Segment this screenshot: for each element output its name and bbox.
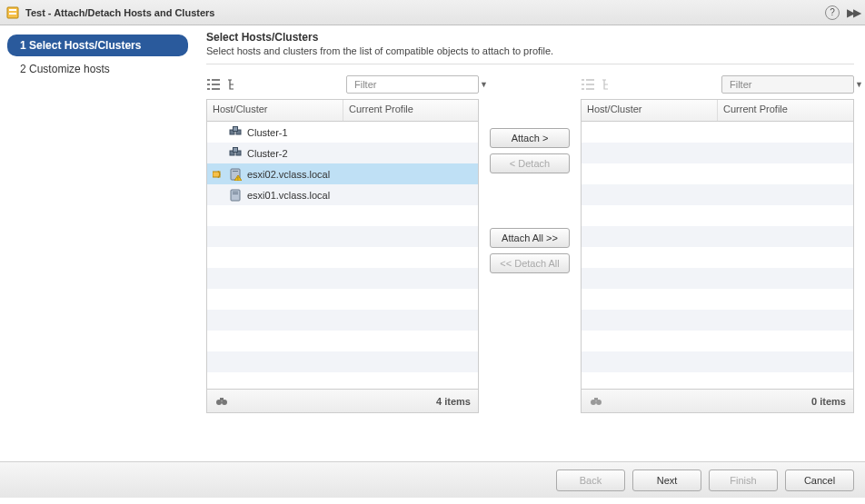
content-subtitle: Select hosts and clusters from the list … (206, 45, 854, 56)
svg-rect-21 (233, 193, 238, 194)
cluster-icon (229, 126, 242, 139)
cancel-button[interactable]: Cancel (785, 469, 854, 491)
col-hostcluster[interactable]: Host/Cluster (207, 100, 343, 121)
table-row[interactable]: Cluster-1 (207, 122, 478, 143)
svg-rect-1 (9, 9, 16, 11)
svg-rect-19 (231, 190, 240, 201)
table-row (582, 351, 853, 372)
flat-list-icon[interactable] (206, 77, 221, 92)
svg-rect-2 (9, 13, 16, 15)
host-warn-icon: ! (229, 168, 242, 181)
detach-button: < Detach (490, 153, 570, 173)
right-table: Host/Cluster Current Profile 0 items (581, 99, 854, 413)
col-profile[interactable]: Current Profile (718, 100, 853, 121)
table-row (207, 289, 478, 310)
table-row (582, 310, 853, 331)
table-row (582, 143, 853, 163)
cluster-icon (229, 147, 242, 160)
step-customize-hosts[interactable]: 2 Customize hosts (7, 58, 188, 80)
cell-hostcluster: Cluster-2 (207, 147, 343, 160)
attach-all-button[interactable]: Attach All >> (490, 228, 570, 248)
titlebar: Test - Attach/Detach Hosts and Clusters … (0, 0, 865, 25)
step-label: Customize hosts (29, 63, 110, 75)
help-icon[interactable]: ? (825, 5, 840, 20)
host-icon (229, 189, 242, 202)
table-row (582, 226, 853, 247)
content-title: Select Hosts/Clusters (206, 31, 854, 44)
row-name: Cluster-1 (247, 127, 288, 138)
tree-list-icon[interactable] (601, 77, 615, 92)
svg-rect-24 (220, 398, 224, 400)
table-row (207, 372, 478, 389)
left-table: Host/Cluster Current Profile Cluster-1Cl… (206, 99, 479, 413)
svg-rect-29 (594, 398, 598, 400)
transfer-buttons: Attach > < Detach Attach All >> << Detac… (486, 74, 573, 413)
step-select-hosts[interactable]: 1 Select Hosts/Clusters (7, 35, 188, 56)
right-thead: Host/Cluster Current Profile (582, 100, 853, 122)
binoculars-icon[interactable] (589, 394, 603, 409)
finish-button: Finish (709, 469, 778, 491)
attach-button[interactable]: Attach > (490, 128, 570, 148)
table-row (582, 372, 853, 389)
content: Select Hosts/Clusters Select hosts and c… (195, 25, 865, 461)
wizard-steps: 1 Select Hosts/Clusters 2 Customize host… (0, 25, 195, 461)
right-filter: ▼ (721, 75, 854, 94)
right-filter-input (730, 79, 855, 90)
left-footer: 4 items (207, 389, 478, 412)
profile-icon (5, 5, 20, 20)
right-toolbar: ▼ (581, 74, 854, 95)
detach-all-button: << Detach All (490, 253, 570, 273)
svg-rect-15 (233, 171, 238, 172)
col-hostcluster[interactable]: Host/Cluster (582, 100, 718, 121)
table-row (582, 205, 853, 226)
workarea: ▼ Host/Cluster Current Profile Cluster-1… (206, 74, 854, 413)
available-list: ▼ Host/Cluster Current Profile Cluster-1… (206, 74, 479, 413)
left-count: 4 items (436, 396, 471, 407)
content-header: Select Hosts/Clusters Select hosts and c… (206, 31, 854, 56)
table-row (207, 268, 478, 289)
col-profile[interactable]: Current Profile (343, 100, 478, 121)
table-row (582, 184, 853, 205)
main-area: 1 Select Hosts/Clusters 2 Customize host… (0, 25, 865, 461)
tree-list-icon[interactable] (226, 77, 241, 92)
cell-hostcluster: !esxi02.vclass.local (207, 168, 343, 181)
table-row[interactable]: Cluster-2 (207, 143, 478, 163)
step-label: Select Hosts/Clusters (29, 39, 141, 52)
binoculars-icon[interactable] (214, 394, 229, 409)
flat-list-icon[interactable] (581, 77, 595, 92)
selected-marker-icon (213, 169, 224, 180)
left-tbody: Cluster-1Cluster-2!esxi02.vclass.locales… (207, 122, 478, 389)
table-row (207, 310, 478, 331)
step-number: 1 (20, 39, 26, 52)
left-filter[interactable]: ▼ (346, 75, 479, 94)
footer: Back Next Finish Cancel (0, 461, 865, 498)
table-row[interactable]: esxi01.vclass.local (207, 184, 478, 205)
table-row (582, 331, 853, 351)
svg-rect-8 (234, 126, 238, 131)
window-title: Test - Attach/Detach Hosts and Clusters (25, 7, 825, 18)
row-name: esxi02.vclass.local (247, 169, 330, 180)
cell-hostcluster: Cluster-1 (207, 126, 343, 139)
right-footer: 0 items (582, 389, 853, 412)
table-row (582, 163, 853, 184)
table-row (207, 247, 478, 268)
next-button[interactable]: Next (632, 469, 701, 491)
table-row (582, 247, 853, 268)
table-row (207, 351, 478, 372)
table-row (582, 268, 853, 289)
step-number: 2 (20, 63, 26, 75)
table-row (582, 122, 853, 143)
left-toolbar: ▼ (206, 74, 479, 95)
attached-list: ▼ Host/Cluster Current Profile 0 items (581, 74, 854, 413)
table-row (207, 205, 478, 226)
nav-arrows-icon[interactable]: ▶▶ (847, 6, 860, 19)
back-button: Back (556, 469, 625, 491)
chevron-down-icon: ▼ (855, 80, 863, 89)
cell-hostcluster: esxi01.vclass.local (207, 189, 343, 202)
left-filter-input[interactable] (354, 79, 480, 90)
table-row[interactable]: !esxi02.vclass.local (207, 163, 478, 184)
left-thead: Host/Cluster Current Profile (207, 100, 478, 122)
table-row (207, 226, 478, 247)
table-row (582, 289, 853, 310)
right-tbody (582, 122, 853, 389)
